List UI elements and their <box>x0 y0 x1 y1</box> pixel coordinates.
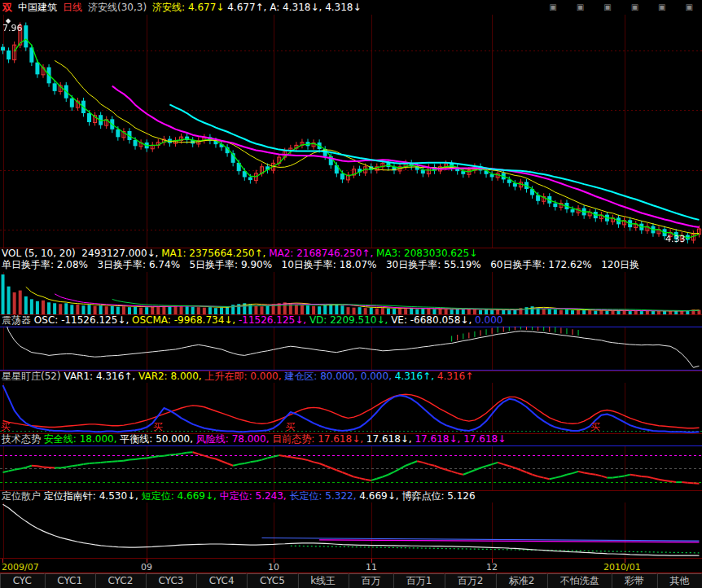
window-control-icon[interactable]: ▣ <box>658 0 665 15</box>
turnover-row: 单日换手率: 2.08% 3日换手率: 6.74% 5日换手率: 9.90% 1… <box>0 260 702 272</box>
positioning-header: 定位散户 定位指南针: 4.530↓, 短定位: 4.669↓, 中定位: 5.… <box>0 490 702 502</box>
value-segment: VAR2: 8.000, <box>138 371 204 382</box>
value-segment: 4.669↓, <box>359 490 401 502</box>
indicator-tab-bar: CYC CYC1 CYC2 CYC3 CYC4 CYC5 k线王 百万 百万1 … <box>0 573 702 588</box>
star-indicator-canvas[interactable] <box>0 383 702 433</box>
value-segment: MA1: 2375664.250↑, <box>161 248 269 259</box>
axis-label-oct: 10 <box>268 562 279 573</box>
value-segment: VAR1: 4.316↑, <box>64 371 138 382</box>
value-segment: 震荡器 <box>2 314 34 326</box>
axis-label-jan10: 2010/01 <box>603 562 641 573</box>
value-segment: 博弈点位: 5.126 <box>401 490 475 502</box>
value-segment: 4.316↑ <box>437 371 473 382</box>
value-segment: 30日换手率: 55.19% <box>386 260 490 270</box>
value-segment: A: 4.318↓, <box>270 2 325 13</box>
tab-cyc2[interactable]: CYC2 <box>95 573 146 588</box>
value-segment: 济安线: 4.677↓ <box>152 2 227 13</box>
tab-cyc3[interactable]: CYC3 <box>146 573 196 588</box>
value-segment: OSCMA: -9968.734↓, <box>132 314 239 326</box>
value-segment: 长定位: 5.322, <box>289 490 359 502</box>
oscillator-header: 震荡器 OSC: -11526.125↓, OSCMA: -9968.734↓,… <box>0 314 702 327</box>
value-segment: 17.618↓, <box>366 433 415 445</box>
window-control-icon[interactable]: ▣ <box>686 0 693 15</box>
tech-posture-header: 技术态势 安全线: 18.000, 平衡线: 50.000, 风险线: 78.0… <box>0 433 702 445</box>
value-segment: 10日换手率: 18.07% <box>282 260 386 270</box>
value-segment: 安全线: 18.000, <box>44 433 120 445</box>
tab-caidai[interactable]: 彩带 <box>612 573 656 588</box>
value-segment: 120日换 <box>601 260 639 270</box>
title-bar: 双 中国建筑 日线 济安线(30,3) 济安线: 4.677↓ 4.677↑, … <box>0 0 702 15</box>
axis-label-jul09: 2009/07 <box>2 562 39 573</box>
value-segment: -11526.125↓, <box>239 314 309 326</box>
value-segment: 定位散户 <box>2 490 44 502</box>
window-control-icon[interactable]: ▣ <box>577 0 584 15</box>
window-control-icon[interactable]: ▣ <box>631 0 638 15</box>
app-logo-icon[interactable]: 双 <box>2 0 12 15</box>
value-segment: 5日换手率: 9.90% <box>189 260 281 270</box>
value-segment: 中定位: 5.243, <box>220 490 290 502</box>
axis-label-sep: 09 <box>141 562 152 573</box>
axis-label-nov: 11 <box>366 562 377 573</box>
last-price-label: 4.33 <box>665 235 686 244</box>
value-segment: 17.618↓, <box>415 433 463 445</box>
axis-label-dec: 12 <box>486 562 498 573</box>
alltime-high-label: 7.96 <box>2 24 23 33</box>
tab-baiwan2[interactable]: 百万2 <box>445 573 496 588</box>
value-segment: 短定位: 4.669↓, <box>142 490 220 502</box>
value-segment: 平衡线: 50.000, <box>120 433 195 445</box>
value-segment: 风险线: 78.000, <box>196 433 272 445</box>
value-segment: 星星盯庄(52) <box>2 371 64 382</box>
value-segment: VE: -6680.058↓, <box>391 314 475 326</box>
value-segment: 4.677↑, <box>227 2 270 13</box>
value-segment: 定位指南针: 4.530↓, <box>44 490 142 502</box>
tab-cyc4[interactable]: CYC4 <box>196 573 247 588</box>
stock-name: 中国建筑 <box>18 0 57 15</box>
main-chart-canvas[interactable] <box>0 15 702 248</box>
tab-baiwan1[interactable]: 百万1 <box>393 573 445 588</box>
value-segment: 建仓区: 80.000, 0.000, <box>284 371 394 382</box>
tab-bupaxipan[interactable]: 不怕洗盘 <box>547 573 612 588</box>
window-control-icon[interactable]: ▣ <box>549 0 556 15</box>
positioning-canvas[interactable] <box>0 502 702 558</box>
value-segment: 0.000 <box>475 314 502 326</box>
main-chart-panel: ◆ 7.96 4.33 <box>0 15 702 248</box>
indicator-name: 济安线(30,3) <box>88 0 147 15</box>
tab-cyc5[interactable]: CYC5 <box>247 573 297 588</box>
tab-cyc1[interactable]: CYC1 <box>45 573 95 588</box>
window-control-icon[interactable]: ▣ <box>603 0 611 15</box>
oscillator-canvas[interactable] <box>0 327 702 371</box>
star-indicator-header: 星星盯庄(52) VAR1: 4.316↑, VAR2: 8.000, 上升在即… <box>0 371 702 383</box>
window-controls: ▣ ▣ ▣ ▣ ▣ ▣ <box>549 0 700 15</box>
tab-kline-king[interactable]: k线王 <box>298 573 349 588</box>
period-label[interactable]: 日线 <box>63 0 82 15</box>
value-segment: VD: 2209.510↓, <box>309 314 391 326</box>
value-segment: 目前态势: 17.618↓, <box>272 433 366 445</box>
value-segment: 17.618↓ <box>463 433 506 445</box>
tab-cyc[interactable]: CYC <box>0 573 45 588</box>
value-segment: 3日换手率: 6.74% <box>97 260 189 270</box>
value-segment: VOL (5, 10, 20) 2493127.000↓, <box>2 248 161 259</box>
indicator-values: 济安线: 4.677↓ 4.677↑, A: 4.318↓, 4.318↓ <box>152 0 361 15</box>
tab-biaozhun2[interactable]: 标准2 <box>496 573 547 588</box>
value-segment: 技术态势 <box>2 433 44 445</box>
stock-app-window: 双 中国建筑 日线 济安线(30,3) 济安线: 4.677↓ 4.677↑, … <box>0 0 702 588</box>
value-segment: 4.316↑, <box>395 371 437 382</box>
value-segment: 单日换手率: 2.08% <box>2 260 97 270</box>
value-segment: 上升在即: 0.000, <box>204 371 284 382</box>
value-segment: 60日换手率: 172.62% <box>490 260 601 270</box>
tech-posture-canvas[interactable] <box>0 445 702 490</box>
value-segment: MA3: 2083030.625↓ <box>376 248 477 259</box>
value-segment: OSC: -11526.125↓, <box>34 314 132 326</box>
time-axis: 2009/07 09 10 11 12 2010/01 <box>0 558 702 573</box>
volume-canvas[interactable] <box>0 272 702 314</box>
tab-qita[interactable]: 其他 <box>657 573 702 588</box>
volume-header: VOL (5, 10, 20) 2493127.000↓, MA1: 23756… <box>0 248 702 260</box>
tab-baiwan[interactable]: 百万 <box>349 573 393 588</box>
value-segment: MA2: 2168746.250↑, <box>269 248 376 259</box>
value-segment: 4.318↓ <box>325 2 361 13</box>
